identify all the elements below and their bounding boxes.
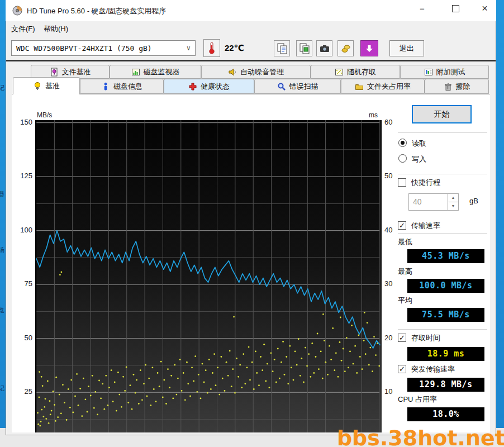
- save-screenshot-button[interactable]: [360, 40, 378, 56]
- transfer-rate-label: 传输速率: [411, 221, 440, 231]
- cpu-usage-label: CPU 占用率: [398, 394, 437, 405]
- chevron-down-icon: ∨: [187, 44, 191, 52]
- tab-label: 错误扫描: [289, 82, 318, 92]
- tab-disk-monitor[interactable]: 磁盘监视器: [110, 65, 201, 79]
- copy-text-icon: [277, 43, 288, 54]
- disk-monitor-icon: [131, 68, 140, 77]
- copy-image-button[interactable]: [296, 40, 312, 56]
- tab-label: 文件基准: [62, 67, 91, 77]
- tab-label: 健康状态: [201, 82, 230, 92]
- desktop-right-strip: [496, 0, 504, 428]
- copy-text-button[interactable]: [274, 40, 290, 56]
- read-radio[interactable]: [398, 139, 407, 147]
- close-button[interactable]: ×: [472, 0, 497, 17]
- screenshot-button[interactable]: [316, 40, 332, 56]
- right-axis-unit: ms: [369, 111, 378, 119]
- tab-extra-tests[interactable]: 附加测试: [400, 65, 489, 79]
- save-image-icon: [365, 44, 374, 53]
- tab-erase[interactable]: 擦除: [425, 79, 489, 94]
- write-radio-label: 写入: [412, 154, 426, 164]
- background-text-fragment: 场: [0, 246, 4, 254]
- short-stroke-checkbox[interactable]: [398, 178, 406, 187]
- background-text-fragment: 记: [0, 84, 4, 92]
- cpu-usage-display: 18.0%: [407, 407, 484, 421]
- donate-icon: [340, 43, 351, 54]
- tab-label: 擦除: [456, 82, 470, 92]
- watermark: bbs.38hot.net: [337, 426, 504, 447]
- access-time-label: 存取时间: [411, 333, 440, 343]
- maximize-button[interactable]: [443, 0, 468, 17]
- background-text-fragment: 记: [0, 384, 4, 393]
- thermometer-icon: [208, 42, 216, 54]
- tab-disk-info[interactable]: 磁盘信息: [80, 79, 164, 94]
- toolbar-separator: [6, 60, 496, 61]
- separator: [398, 132, 487, 133]
- transfer-rate-checkbox[interactable]: ✓: [398, 221, 406, 230]
- error-scan-icon: [277, 82, 286, 91]
- copy-image-icon: [299, 43, 310, 54]
- burst-rate-label: 突发传输速率: [411, 364, 455, 374]
- tab-error-scan[interactable]: 错误扫描: [254, 79, 341, 94]
- temperature-button[interactable]: [203, 39, 220, 57]
- folder-icon: [355, 82, 364, 91]
- avg-label: 平均: [398, 296, 412, 306]
- separator: [398, 233, 487, 234]
- donate-button[interactable]: [337, 40, 354, 56]
- temperature-value: 22℃: [225, 43, 244, 53]
- health-icon: [188, 82, 197, 91]
- menu-file[interactable]: 文件(F): [11, 24, 35, 34]
- min-label: 最低: [398, 237, 412, 247]
- write-radio[interactable]: [398, 154, 407, 163]
- tab-label: 基准: [45, 81, 60, 91]
- background-text-fragment: 览: [0, 306, 4, 315]
- drive-select-value: WDC WD7500BPVT-24HXZT1 (750 gB): [16, 44, 152, 53]
- short-stroke-label: 快捷行程: [411, 178, 440, 188]
- tab-folder-usage[interactable]: 文件夹占用率: [341, 79, 425, 94]
- tab-benchmark[interactable]: 基准: [13, 77, 80, 94]
- min-value-display: 45.3 MB/s: [407, 249, 484, 263]
- drive-select[interactable]: WDC WD7500BPVT-24HXZT1 (750 gB) ∨: [11, 40, 196, 56]
- tab-health[interactable]: 健康状态: [164, 79, 254, 94]
- stroke-size-stepper[interactable]: 40 ▲ ▼: [408, 193, 459, 211]
- tab-label: 附加测试: [436, 67, 465, 77]
- background-text-fragment: 器: [0, 190, 4, 198]
- random-access-icon: [335, 68, 344, 77]
- stroke-size-value: 40: [413, 197, 422, 206]
- max-label: 最高: [398, 267, 412, 277]
- stepper-down-icon[interactable]: ▼: [448, 202, 458, 210]
- camera-icon: [319, 43, 330, 54]
- burst-rate-display: 129.8 MB/s: [407, 378, 484, 392]
- access-time-checkbox[interactable]: ✓: [398, 334, 406, 342]
- stepper-up-icon[interactable]: ▲: [448, 194, 458, 202]
- tab-label: 磁盘监视器: [144, 67, 180, 77]
- menu-help[interactable]: 帮助(H): [44, 24, 68, 34]
- app-icon: [12, 5, 23, 18]
- max-value-display: 100.0 MB/s: [407, 279, 484, 293]
- stroke-unit-label: gB: [469, 197, 478, 205]
- maximize-icon: [452, 5, 459, 12]
- tab-auto-noise[interactable]: 自动噪音管理: [201, 65, 311, 79]
- disk-info-icon: [101, 82, 110, 91]
- avg-value-display: 75.5 MB/s: [407, 308, 484, 322]
- window-title: HD Tune Pro 5.60 - 硬盘/固态硬盘实用程序: [27, 6, 166, 16]
- benchmark-chart: [35, 120, 382, 432]
- exit-button[interactable]: 退出: [389, 40, 424, 56]
- noise-icon: [228, 68, 237, 77]
- tab-label: 文件夹占用率: [367, 82, 411, 92]
- separator: [398, 329, 487, 330]
- erase-icon: [444, 82, 453, 91]
- access-time-display: 18.9 ms: [407, 347, 484, 361]
- start-button[interactable]: 开始: [412, 105, 472, 123]
- extra-tests-icon: [424, 68, 433, 77]
- burst-rate-checkbox[interactable]: ✓: [398, 365, 406, 373]
- separator: [398, 174, 487, 174]
- minimize-button[interactable]: −: [410, 0, 435, 17]
- tab-label: 随机存取: [347, 67, 376, 77]
- left-axis-unit: MB/s: [37, 111, 52, 119]
- file-benchmark-icon: [50, 68, 59, 77]
- tab-random-access[interactable]: 随机存取: [311, 65, 400, 79]
- tab-label: 自动噪音管理: [240, 67, 284, 77]
- benchmark-icon: [33, 82, 42, 91]
- tab-label: 磁盘信息: [113, 82, 142, 92]
- read-radio-label: 读取: [412, 139, 426, 149]
